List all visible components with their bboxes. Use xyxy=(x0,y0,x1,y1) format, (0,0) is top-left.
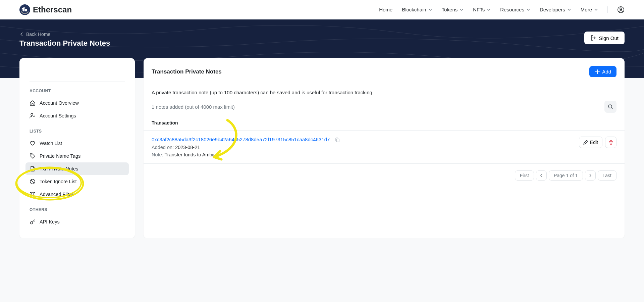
sidebar: ACCOUNT Account Overview Account Setting… xyxy=(19,58,135,238)
sidebar-item-account-overview[interactable]: Account Overview xyxy=(25,97,129,109)
nav-developers[interactable]: Developers xyxy=(540,7,571,12)
chevron-down-icon xyxy=(526,8,530,12)
trash-icon xyxy=(608,140,613,145)
nav-divider xyxy=(607,6,608,13)
chevron-down-icon xyxy=(460,8,464,12)
document-icon xyxy=(30,166,36,172)
nav-nfts[interactable]: NFTs xyxy=(473,7,491,12)
page-title: Transaction Private Notes xyxy=(19,39,110,48)
user-settings-icon xyxy=(30,113,36,119)
sidebar-item-advanced-filter[interactable]: Advanced Filter xyxy=(25,188,129,201)
chevron-down-icon xyxy=(594,8,598,12)
note-text: Note: Transfer funds to Ambire xyxy=(152,152,579,157)
nav-tokens[interactable]: Tokens xyxy=(442,7,464,12)
sidebar-section-account: ACCOUNT xyxy=(25,82,129,97)
back-home-link[interactable]: Back Home xyxy=(19,32,110,37)
filter-icon xyxy=(30,191,36,197)
sidebar-item-token-ignore-list[interactable]: Token Ignore List xyxy=(25,175,129,188)
page-next-button[interactable] xyxy=(585,170,596,181)
page-info: Page 1 of 1 xyxy=(549,170,583,181)
sidebar-section-others: OTHERS xyxy=(25,201,129,215)
chevron-down-icon xyxy=(487,8,491,12)
note-row: 0xc3af2c88a5da3f2c18026e9b42a64c5278d8d5… xyxy=(152,131,616,163)
svg-point-4 xyxy=(31,155,32,155)
copy-icon xyxy=(335,137,340,143)
sidebar-item-watch-list[interactable]: Watch List xyxy=(25,137,129,150)
transaction-hash-link[interactable]: 0xc3af2c88a5da3f2c18026e9b42a64c5278d8d5… xyxy=(152,137,330,142)
signout-button[interactable]: Sign Out xyxy=(584,32,625,44)
nav-blockchain[interactable]: Blockchain xyxy=(402,7,432,12)
page-prev-button[interactable] xyxy=(536,170,547,181)
sidebar-item-txn-private-notes[interactable]: Txn Private Notes xyxy=(25,162,129,175)
sidebar-item-api-keys[interactable]: API Keys xyxy=(25,215,129,228)
content-title: Transaction Private Notes xyxy=(152,68,222,75)
pencil-icon xyxy=(583,140,588,145)
svg-point-2 xyxy=(620,8,622,10)
svg-rect-10 xyxy=(336,139,339,142)
signout-icon xyxy=(590,35,596,41)
nav-resources[interactable]: Resources xyxy=(500,7,530,12)
home-icon xyxy=(30,100,36,106)
nav-more[interactable]: More xyxy=(581,7,598,12)
key-icon xyxy=(30,219,36,225)
sidebar-item-private-name-tags[interactable]: Private Name Tags xyxy=(25,150,129,162)
note-added-date: Added on: 2023-08-21 xyxy=(152,145,579,150)
edit-button[interactable]: Edit xyxy=(579,137,602,148)
description-text: A private transaction note (up to 100 ch… xyxy=(152,84,616,101)
content-panel: Transaction Private Notes Add A private … xyxy=(144,58,625,238)
top-header: Etherscan Home Blockchain Tokens NFTs Re… xyxy=(0,0,644,19)
main-nav: Home Blockchain Tokens NFTs Resources De… xyxy=(379,6,625,13)
chevron-down-icon xyxy=(567,8,571,12)
pagination: First Page 1 of 1 Last xyxy=(152,164,616,181)
search-icon xyxy=(608,104,613,109)
user-account-icon[interactable] xyxy=(617,6,625,13)
copy-button[interactable] xyxy=(335,137,340,143)
nav-home[interactable]: Home xyxy=(379,7,392,12)
chevron-down-icon xyxy=(428,8,432,12)
chevron-right-icon xyxy=(589,173,592,178)
notes-count: 1 notes added (out of 4000 max limit) xyxy=(152,104,235,110)
sidebar-section-lists: LISTS xyxy=(25,122,129,137)
chevron-left-icon xyxy=(540,173,543,178)
sidebar-item-account-settings[interactable]: Account Settings xyxy=(25,109,129,122)
plus-icon xyxy=(595,69,600,74)
etherscan-logo-icon xyxy=(19,4,30,15)
page-first-button[interactable]: First xyxy=(515,170,534,181)
delete-button[interactable] xyxy=(605,137,616,148)
brand-logo[interactable]: Etherscan xyxy=(19,4,72,15)
page-last-button[interactable]: Last xyxy=(598,170,616,181)
heart-icon xyxy=(30,140,36,146)
add-button[interactable]: Add xyxy=(589,66,616,77)
block-icon xyxy=(30,179,36,185)
brand-name: Etherscan xyxy=(33,5,72,14)
table-header-transaction: Transaction xyxy=(152,113,616,130)
svg-point-3 xyxy=(31,113,33,115)
arrow-left-icon xyxy=(19,32,24,37)
tag-icon xyxy=(30,153,36,159)
search-button[interactable] xyxy=(604,101,616,113)
